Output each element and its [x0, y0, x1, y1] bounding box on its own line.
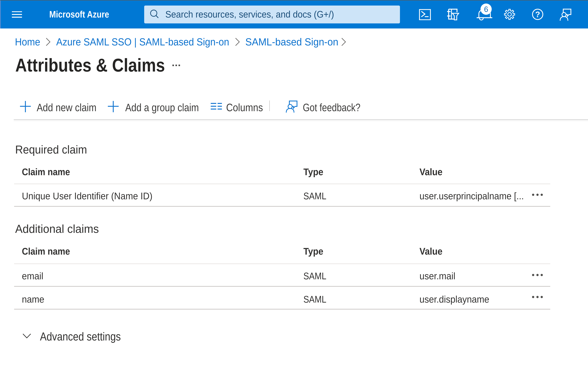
svg-text:6: 6	[484, 5, 488, 13]
svg-text:?: ?	[535, 10, 540, 19]
